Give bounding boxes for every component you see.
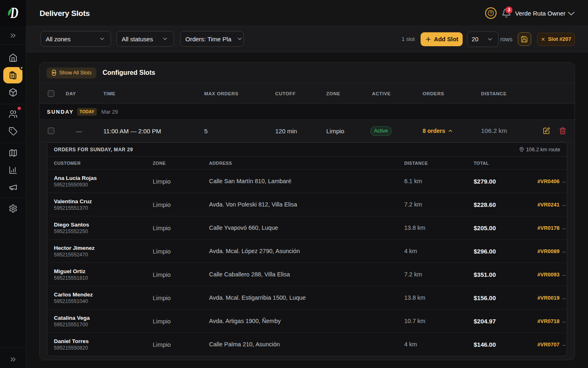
svg-text:D: D xyxy=(10,4,18,21)
